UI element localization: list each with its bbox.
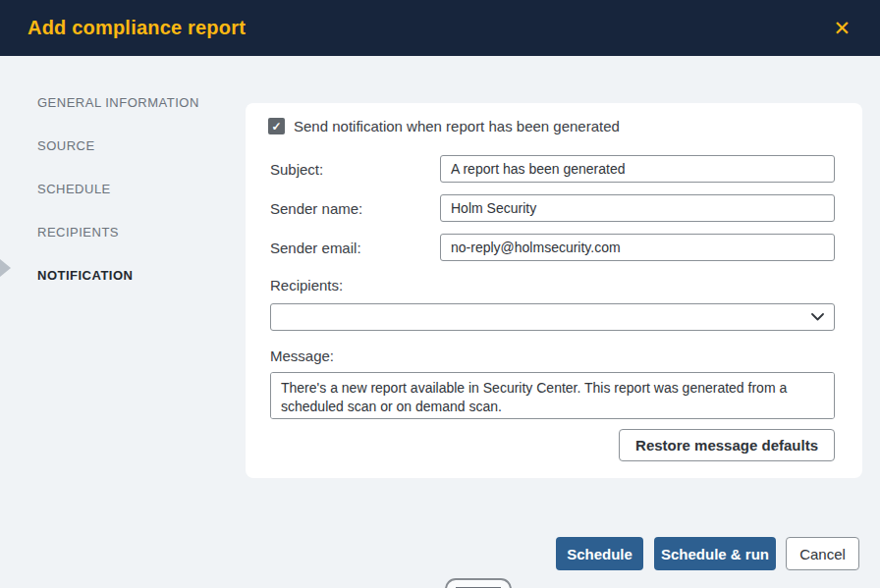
send-notification-label: Send notification when report has been g…: [294, 118, 620, 134]
sender-name-label: Sender name:: [270, 200, 362, 217]
close-icon[interactable]: ✕: [829, 14, 854, 42]
recipients-select[interactable]: [270, 303, 835, 331]
sender-email-input[interactable]: [440, 234, 835, 261]
sidebar-item-recipients[interactable]: RECIPIENTS: [37, 225, 119, 242]
wizard-steps-sidebar: GENERAL INFORMATION SOURCE SCHEDULE RECI…: [0, 56, 246, 588]
send-notification-checkbox[interactable]: ✓: [268, 118, 285, 134]
message-label: Message:: [270, 347, 334, 364]
restore-message-defaults-button[interactable]: Restore message defaults: [619, 429, 835, 461]
message-textarea[interactable]: There's a new report available in Securi…: [270, 372, 835, 419]
active-step-arrow-icon: [0, 259, 11, 277]
page-title: Add compliance report: [28, 17, 246, 39]
sender-email-label: Sender email:: [270, 240, 361, 256]
add-compliance-report-modal: Add compliance report ✕ GENERAL INFORMAT…: [0, 0, 880, 588]
schedule-and-run-button[interactable]: Schedule & run: [654, 537, 776, 570]
recipients-label: Recipients:: [270, 277, 343, 294]
sidebar-item-schedule[interactable]: SCHEDULE: [37, 182, 111, 199]
sidebar-item-notification[interactable]: NOTIFICATION: [37, 268, 133, 286]
chevron-down-icon: [811, 313, 824, 321]
sidebar-item-source[interactable]: SOURCE: [37, 138, 95, 156]
sender-name-input[interactable]: [440, 194, 835, 222]
sidebar-item-general-information[interactable]: GENERAL INFORMATION: [37, 95, 199, 113]
send-notification-row: ✓ Send notification when report has been…: [268, 118, 620, 134]
schedule-button[interactable]: Schedule: [556, 537, 643, 570]
modal-header: Add compliance report ✕: [0, 0, 880, 56]
subject-label: Subject:: [270, 161, 323, 178]
notification-form-card: ✓ Send notification when report has been…: [246, 103, 862, 478]
subject-input[interactable]: [440, 155, 835, 183]
cut-off-bottom-pill: [445, 578, 512, 588]
checkmark-icon: ✓: [271, 120, 281, 134]
cancel-button[interactable]: Cancel: [786, 537, 859, 570]
